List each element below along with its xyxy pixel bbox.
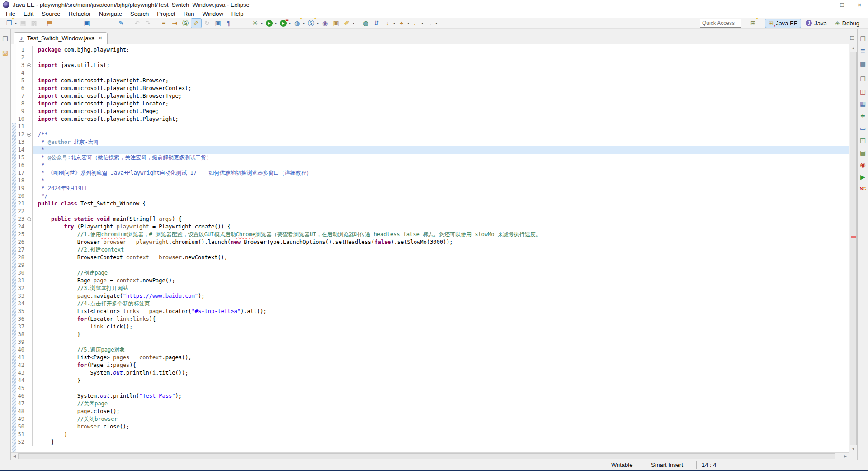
fold-ruler[interactable] bbox=[26, 377, 33, 385]
menu-file[interactable]: File bbox=[2, 10, 19, 18]
fold-ruler[interactable] bbox=[26, 385, 33, 392]
code-line[interactable]: 38 } bbox=[16, 331, 849, 338]
code-line[interactable]: 39 bbox=[16, 338, 849, 346]
back-button-dropdown-icon[interactable]: ▾ bbox=[421, 21, 423, 25]
last-edit-location-button[interactable]: ⌖ bbox=[396, 19, 406, 28]
refresh-button[interactable]: ↻ bbox=[202, 19, 212, 28]
fold-ruler[interactable] bbox=[26, 177, 33, 185]
code-line[interactable]: 40 //5.遍历page对象 bbox=[16, 346, 849, 354]
fold-ruler[interactable] bbox=[26, 338, 33, 346]
forward-button-dropdown-icon[interactable]: ▾ bbox=[435, 21, 437, 25]
fold-ruler[interactable] bbox=[26, 54, 33, 62]
fold-ruler[interactable] bbox=[26, 115, 33, 123]
fold-ruler[interactable] bbox=[26, 77, 33, 85]
web-browser-button[interactable]: ◍ bbox=[361, 19, 371, 28]
menu-edit[interactable]: Edit bbox=[19, 10, 38, 18]
fold-ruler[interactable] bbox=[26, 162, 33, 169]
scroll-right-icon[interactable]: ▶ bbox=[842, 453, 849, 460]
fold-ruler[interactable] bbox=[26, 285, 33, 292]
fold-ruler[interactable] bbox=[26, 277, 33, 285]
restore-view-icon[interactable]: ❐ bbox=[859, 75, 867, 83]
code-line[interactable]: 16 * bbox=[16, 162, 849, 169]
menu-run[interactable]: Run bbox=[179, 10, 198, 18]
fold-ruler[interactable] bbox=[26, 400, 33, 408]
palette-icon[interactable]: ◰ bbox=[859, 136, 867, 144]
fold-ruler[interactable] bbox=[26, 192, 33, 200]
code-line[interactable]: 34 //4.点击打开多个新的标签页 bbox=[16, 300, 849, 308]
code-line[interactable]: 22 bbox=[16, 208, 849, 215]
next-annotation-button[interactable]: ≡ bbox=[159, 19, 169, 28]
vertical-scrollbar[interactable]: ▲ ▼ bbox=[849, 44, 857, 452]
show-whitespace-button[interactable]: ¶ bbox=[224, 19, 234, 28]
fold-ruler[interactable] bbox=[26, 415, 33, 423]
code-line[interactable]: 44 } bbox=[16, 377, 849, 385]
code-line[interactable]: 26 Browser browser = playwright.chromium… bbox=[16, 238, 849, 246]
spell-error-marker[interactable] bbox=[851, 236, 856, 238]
new-servlet-button[interactable]: ▤ bbox=[45, 19, 55, 28]
scroll-up-icon[interactable]: ▲ bbox=[849, 44, 857, 52]
fold-ruler[interactable] bbox=[26, 262, 33, 269]
code-line[interactable]: 18 * bbox=[16, 177, 849, 185]
open-type-button[interactable]: Ⓖ bbox=[180, 19, 190, 28]
marker-button-dropdown-icon[interactable]: ▾ bbox=[353, 21, 354, 25]
fold-ruler[interactable] bbox=[26, 369, 33, 377]
last-edit-button[interactable]: ⇥ bbox=[170, 19, 179, 28]
fold-ruler[interactable] bbox=[26, 138, 33, 146]
testng-icon[interactable]: NG bbox=[859, 185, 867, 193]
code-line[interactable]: 52 } bbox=[16, 438, 849, 446]
fold-ruler[interactable] bbox=[26, 85, 33, 92]
fold-ruler[interactable] bbox=[26, 438, 33, 446]
fold-ruler[interactable] bbox=[26, 315, 33, 323]
start-server-icon[interactable]: ▶ bbox=[859, 173, 867, 181]
redo-button[interactable]: ↷ bbox=[143, 19, 153, 28]
fold-ruler[interactable] bbox=[26, 208, 33, 215]
code-line[interactable]: 1package com.bjhg.playwright; bbox=[16, 46, 849, 54]
import-button[interactable]: ◉ bbox=[320, 19, 330, 28]
restore-view-icon[interactable]: ❐ bbox=[1, 35, 9, 43]
code-line[interactable]: 32 //3.浏览器打开网站 bbox=[16, 285, 849, 292]
code-line[interactable]: 29 bbox=[16, 262, 849, 269]
vertical-scrollbar-thumb[interactable] bbox=[850, 52, 857, 445]
code-line[interactable]: 28 BrowserContext context = browser.newC… bbox=[16, 254, 849, 262]
maximize-button[interactable]: ❐ bbox=[834, 0, 851, 10]
code-line[interactable]: 14 * bbox=[16, 146, 849, 154]
code-line[interactable]: 6import com.microsoft.playwright.Browser… bbox=[16, 85, 849, 92]
menu-window[interactable]: Window bbox=[198, 10, 227, 18]
fold-ruler[interactable] bbox=[26, 331, 33, 338]
fold-ruler[interactable] bbox=[26, 246, 33, 254]
code-line[interactable]: 35 List<Locator> links = page.locator("#… bbox=[16, 308, 849, 315]
code-line[interactable]: 3−import java.util.List; bbox=[16, 62, 849, 69]
fold-ruler[interactable] bbox=[26, 423, 33, 431]
fold-ruler[interactable] bbox=[26, 200, 33, 208]
fold-ruler[interactable]: − bbox=[26, 215, 33, 223]
go-to-next-member-button-dropdown-icon[interactable]: ▾ bbox=[393, 21, 395, 25]
code-line[interactable]: 50 browser.close(); bbox=[16, 423, 849, 431]
fold-ruler[interactable] bbox=[26, 362, 33, 369]
code-line[interactable]: 30 //创建page bbox=[16, 269, 849, 277]
fold-collapse-icon[interactable]: − bbox=[27, 133, 31, 137]
go-to-next-member-button[interactable]: ↓ bbox=[382, 19, 392, 28]
fold-ruler[interactable] bbox=[26, 69, 33, 77]
code-line[interactable]: 48 page.close(); bbox=[16, 408, 849, 415]
menu-refactor[interactable]: Refactor bbox=[65, 10, 95, 18]
run-button[interactable]: ▶ bbox=[264, 19, 274, 28]
code-line[interactable]: 42 for(Page i:pages){ bbox=[16, 362, 849, 369]
code-line[interactable]: 47 //关闭page bbox=[16, 400, 849, 408]
code-line[interactable]: 23− public static void main(String[] arg… bbox=[16, 215, 849, 223]
fold-collapse-icon[interactable]: − bbox=[27, 63, 31, 67]
fold-collapse-icon[interactable]: − bbox=[27, 217, 31, 221]
marker-button[interactable]: ✐ bbox=[342, 19, 352, 28]
coverage-button[interactable]: ▶▂ bbox=[278, 19, 288, 28]
open-perspective-button[interactable]: ⊞✦ bbox=[748, 19, 758, 28]
fold-ruler[interactable] bbox=[26, 185, 33, 192]
fold-ruler[interactable] bbox=[26, 92, 33, 100]
fold-ruler[interactable] bbox=[26, 392, 33, 400]
code-line[interactable]: 2 bbox=[16, 54, 849, 62]
editor-tab[interactable]: J Test_Switch_Window.java ✕ bbox=[14, 32, 108, 44]
horizontal-scrollbar[interactable]: ◀ ▶ bbox=[11, 452, 849, 460]
fold-ruler[interactable]: − bbox=[26, 62, 33, 69]
code-line[interactable]: 12−/** bbox=[16, 131, 849, 138]
code-line[interactable]: 24 try (Playwright playwright = Playwrig… bbox=[16, 223, 849, 231]
mark-occurrences-button[interactable]: ✐ bbox=[191, 19, 201, 28]
sync-user-button[interactable]: ⇵ bbox=[372, 19, 382, 28]
